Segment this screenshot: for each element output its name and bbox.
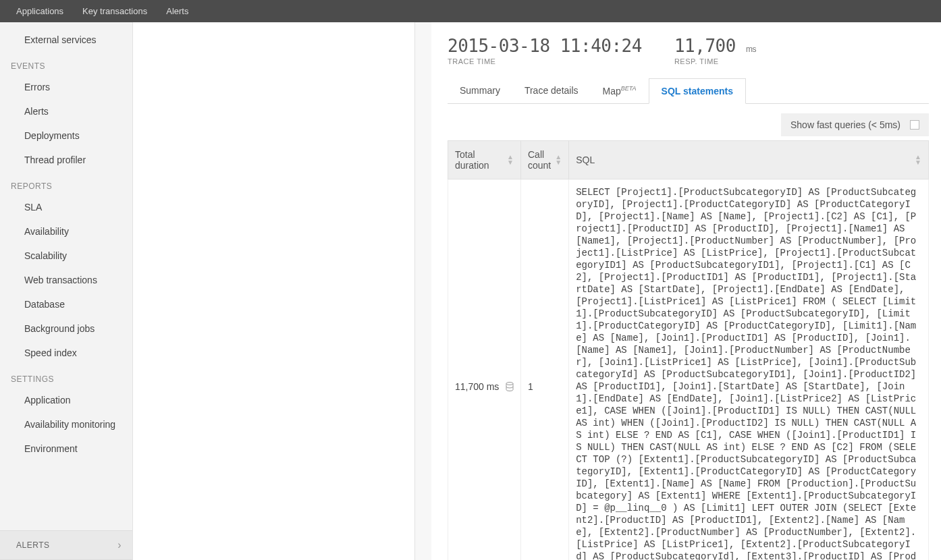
topnav-key-transactions[interactable]: Key transactions [73,0,157,22]
beta-badge: BETA [621,85,637,92]
sidebar: External services EVENTS Errors Alerts D… [0,22,133,560]
sort-icon: ▲▼ [507,155,514,165]
col-total-duration[interactable]: Total duration ▲▼ [448,141,521,179]
chevron-right-icon: › [117,539,122,551]
middle-column [133,22,415,560]
trace-time-label: TRACE TIME [448,57,642,65]
resp-time-block: 11,700 ms RESP. TIME [674,36,756,65]
sidebar-footer-alerts[interactable]: ALERTS › [0,530,132,560]
sidebar-item-background-jobs[interactable]: Background jobs [0,316,132,341]
checkbox-icon[interactable] [910,120,919,130]
sidebar-item-thread-profiler[interactable]: Thread profiler [0,148,132,172]
cell-duration: 11,700 ms [448,179,521,561]
trace-tabs: Summary Trace details MapBETA SQL statem… [448,78,929,104]
resp-time-value: 11,700 ms [674,36,756,56]
trace-time-value: 2015-03-18 11:40:24 [448,36,642,56]
sidebar-item-speed-index[interactable]: Speed index [0,341,132,365]
sidebar-item-application[interactable]: Application [0,388,132,412]
resp-time-label: RESP. TIME [674,57,756,65]
tab-map-label: Map [603,86,621,96]
fast-queries-row: Show fast queries (< 5ms) [448,113,929,136]
resp-unit: ms [746,45,756,54]
sidebar-item-deployments[interactable]: Deployments [0,123,132,148]
sidebar-item-web-transactions[interactable]: Web transactions [0,268,132,292]
sidebar-section-reports: REPORTS [0,172,132,195]
sql-text: SELECT [Project1].[ProductSubcategoryID]… [576,187,916,560]
col-call-count[interactable]: Call count ▲▼ [521,141,569,179]
database-icon[interactable] [506,382,514,391]
top-nav: Applications Key transactions Alerts [0,0,941,22]
table-row: 11,700 ms 1 SELECT [Project1].[ProductSu… [448,179,929,561]
sql-table: Total duration ▲▼ Call count ▲▼ [448,140,929,560]
sidebar-item-availability-monitoring[interactable]: Availability monitoring [0,412,132,437]
duration-value: 11,700 ms [455,381,499,392]
sidebar-item-sla[interactable]: SLA [0,195,132,219]
sidebar-item-availability[interactable]: Availability [0,219,132,244]
sort-icon: ▲▼ [915,155,921,165]
resp-value: 11,700 [674,36,736,56]
trace-header: 2015-03-18 11:40:24 TRACE TIME 11,700 ms… [448,36,929,65]
topnav-applications[interactable]: Applications [7,0,73,22]
col-sql-label: SQL [576,155,595,165]
right-column: 2015-03-18 11:40:24 TRACE TIME 11,700 ms… [415,22,941,560]
tab-summary[interactable]: Summary [448,78,512,104]
trace-panel: 2015-03-18 11:40:24 TRACE TIME 11,700 ms… [431,22,941,560]
sidebar-item-environment[interactable]: Environment [0,437,132,461]
svg-point-0 [506,383,513,385]
topnav-alerts[interactable]: Alerts [157,0,198,22]
fast-queries-label: Show fast queries (< 5ms) [790,119,900,130]
trace-time-block: 2015-03-18 11:40:24 TRACE TIME [448,36,642,65]
tab-sql-statements[interactable]: SQL statements [649,78,746,104]
sidebar-footer-label: ALERTS [16,540,49,550]
col-sql[interactable]: SQL ▲▼ [569,141,929,179]
col-duration-label: Total duration [455,149,503,171]
sidebar-section-settings: SETTINGS [0,365,132,388]
sidebar-item-alerts[interactable]: Alerts [0,99,132,123]
tab-trace-details[interactable]: Trace details [512,78,591,104]
col-callcount-label: Call count [528,149,551,171]
fast-queries-toggle[interactable]: Show fast queries (< 5ms) [781,113,929,136]
cell-sql: SELECT [Project1].[ProductSubcategoryID]… [569,179,929,561]
sidebar-item-database[interactable]: Database [0,292,132,316]
sidebar-section-events: EVENTS [0,52,132,75]
cell-call-count: 1 [521,179,569,561]
tab-map[interactable]: MapBETA [591,78,649,104]
sidebar-item-errors[interactable]: Errors [0,75,132,99]
sidebar-item-scalability[interactable]: Scalability [0,244,132,268]
sort-icon: ▲▼ [555,155,562,165]
sidebar-item-external-services[interactable]: External services [0,28,132,52]
